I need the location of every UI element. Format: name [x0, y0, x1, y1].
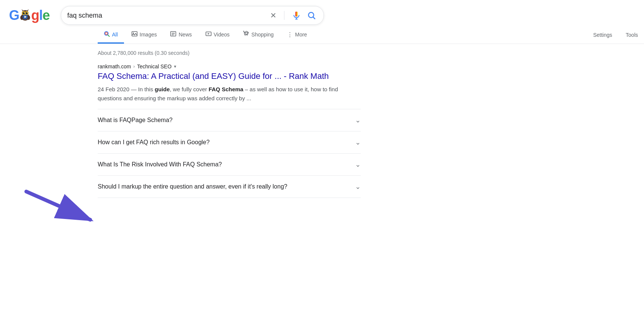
results-count: About 2,780,000 results (0.30 seconds) [98, 50, 361, 56]
svg-rect-19 [296, 12, 298, 17]
result-breadcrumb-path: Technical SEO [137, 63, 172, 69]
tab-news-label: News [178, 32, 192, 38]
svg-line-21 [313, 17, 315, 19]
search-bar: faq schema ✕ [61, 6, 324, 25]
faq-question-1: What is FAQPage Schema? [98, 117, 172, 124]
svg-rect-18 [295, 12, 296, 17]
result-url: rankmath.com [98, 63, 131, 69]
images-icon [132, 31, 138, 38]
mic-button[interactable] [290, 9, 302, 21]
tab-shopping-label: Shopping [251, 32, 274, 38]
search-button[interactable] [305, 9, 317, 21]
faq-question-2: How can I get FAQ rich results in Google… [98, 139, 210, 146]
svg-rect-25 [132, 32, 137, 36]
faq-chevron-4: ⌄ [355, 183, 361, 191]
logo-owl [18, 9, 32, 22]
svg-point-7 [27, 12, 27, 13]
tab-videos[interactable]: Videos [200, 26, 236, 44]
faq-question-3: What Is The Risk Involved With FAQ Schem… [98, 161, 222, 168]
faq-section: What is FAQPage Schema? ⌄ How can I get … [98, 109, 361, 198]
faq-chevron-3: ⌄ [355, 160, 361, 169]
tab-videos-label: Videos [214, 32, 230, 38]
result-title[interactable]: FAQ Schema: A Practical (and EASY) Guide… [98, 71, 361, 82]
tab-more-label: More [295, 32, 307, 38]
tab-all[interactable]: All [98, 26, 124, 44]
faq-item-3[interactable]: What Is The Risk Involved With FAQ Schem… [98, 154, 361, 176]
nav-tabs: All Images News V [0, 25, 644, 44]
svg-marker-32 [208, 33, 210, 35]
faq-question-4: Should I markup the entire question and … [98, 183, 287, 190]
search-divider [284, 11, 284, 20]
faq-chevron-1: ⌄ [355, 116, 361, 124]
svg-point-24 [105, 32, 107, 35]
svg-line-23 [108, 35, 109, 36]
tab-all-label: All [112, 32, 118, 38]
svg-point-5 [26, 12, 28, 14]
shopping-icon [243, 31, 249, 38]
all-icon [104, 31, 110, 38]
faq-item-4[interactable]: Should I markup the entire question and … [98, 176, 361, 198]
svg-point-6 [24, 12, 24, 13]
result-url-line: rankmath.com › Technical SEO ▾ [98, 63, 361, 69]
svg-point-33 [245, 35, 246, 36]
header: G [0, 0, 644, 25]
tab-images[interactable]: Images [125, 26, 163, 44]
result-snippet: 24 Feb 2020 — In this guide, we fully co… [98, 85, 361, 103]
svg-point-34 [247, 35, 248, 36]
svg-point-4 [23, 12, 25, 14]
google-logo[interactable]: G [9, 8, 50, 23]
tab-more[interactable]: ⋮ More [281, 27, 313, 44]
tools-link[interactable]: Tools [620, 27, 644, 42]
search-bar-container: faq schema ✕ [61, 6, 324, 25]
faq-chevron-2: ⌄ [355, 138, 361, 146]
news-icon [170, 31, 176, 38]
settings-link[interactable]: Settings [587, 27, 618, 42]
breadcrumb-dropdown-icon[interactable]: ▾ [174, 64, 176, 69]
tab-shopping[interactable]: Shopping [237, 26, 280, 44]
videos-icon [206, 31, 212, 38]
clear-button[interactable]: ✕ [269, 9, 278, 21]
more-icon: ⋮ [287, 31, 293, 38]
tab-news[interactable]: News [164, 26, 198, 44]
result-item: rankmath.com › Technical SEO ▾ FAQ Schem… [98, 63, 361, 198]
search-input[interactable]: faq schema [67, 12, 266, 20]
tab-images-label: Images [140, 32, 157, 38]
main-content: About 2,780,000 results (0.30 seconds) r… [0, 44, 361, 198]
breadcrumb-separator: › [133, 64, 135, 69]
nav-settings: Settings Tools [587, 27, 644, 42]
faq-item-2[interactable]: How can I get FAQ rich results in Google… [98, 131, 361, 154]
faq-item-1[interactable]: What is FAQPage Schema? ⌄ [98, 109, 361, 131]
